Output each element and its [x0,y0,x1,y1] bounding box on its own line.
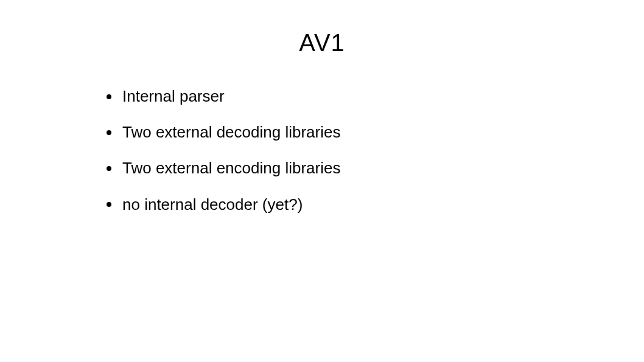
slide-title: AV1 [0,29,644,57]
list-item: Internal parser [107,87,644,106]
list-item: no internal decoder (yet?) [107,195,644,214]
bullet-text: Two external encoding libraries [122,159,340,178]
bullet-list: Internal parser Two external decoding li… [0,87,644,214]
bullet-icon [107,202,111,207]
bullet-text: no internal decoder (yet?) [122,195,303,214]
bullet-icon [107,130,111,135]
list-item: Two external decoding libraries [107,123,644,142]
bullet-text: Internal parser [122,87,225,106]
slide: AV1 Internal parser Two external decodin… [0,0,644,362]
bullet-text: Two external decoding libraries [122,123,340,142]
bullet-icon [107,94,111,99]
bullet-icon [107,166,111,171]
list-item: Two external encoding libraries [107,159,644,178]
